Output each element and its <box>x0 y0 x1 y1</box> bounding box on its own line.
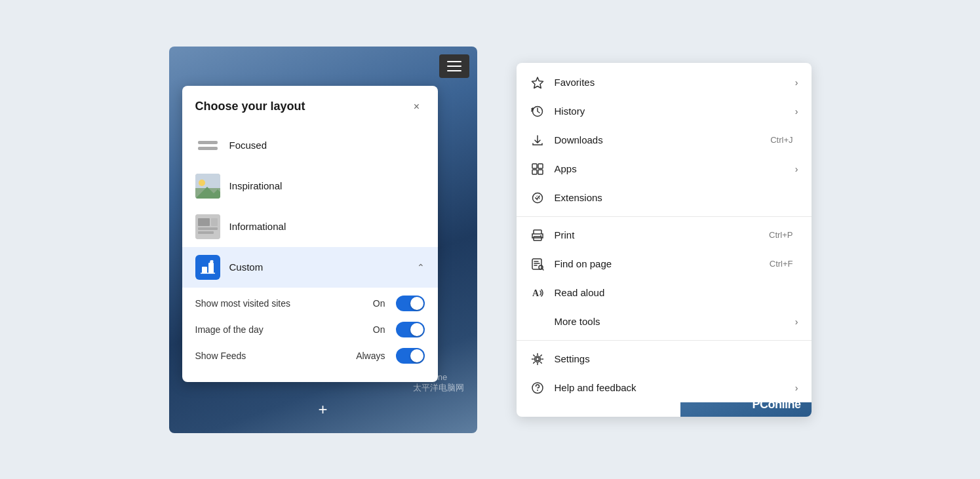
most-visited-status: On <box>373 298 385 309</box>
menu-item-print[interactable]: Print Ctrl+P <box>517 221 812 250</box>
layout-item-focused[interactable]: Focused <box>182 125 438 166</box>
svg-rect-8 <box>198 227 218 230</box>
menu-item-settings[interactable]: Settings <box>517 345 812 374</box>
custom-label: Custom <box>229 261 408 273</box>
layout-item-custom[interactable]: Custom ⌃ <box>182 247 438 288</box>
toggle-row-most-visited: Show most visited sites On <box>195 290 425 316</box>
informational-label: Informational <box>229 221 425 232</box>
read-aloud-label: Read aloud <box>555 287 798 298</box>
favorites-arrow-icon: › <box>795 77 798 88</box>
downloads-icon <box>530 132 545 148</box>
layout-item-informational[interactable]: Informational <box>182 206 438 247</box>
svg-point-4 <box>199 180 205 186</box>
right-panel-menu: Favorites › History › Downloads Ctrl+J <box>517 63 812 417</box>
focused-icon <box>195 133 220 158</box>
inspirational-icon <box>195 174 220 199</box>
print-icon <box>530 227 545 243</box>
extensions-label: Extensions <box>555 192 798 203</box>
inspirational-label: Inspirational <box>229 180 425 191</box>
svg-rect-22 <box>534 237 541 240</box>
menu-item-history[interactable]: History › <box>517 97 812 126</box>
toggle-row-image-day: Image of the day On <box>195 316 425 343</box>
find-on-page-icon <box>530 256 545 272</box>
dialog-header: Choose your layout × <box>182 99 438 125</box>
menu-item-find-on-page[interactable]: Find on page Ctrl+F <box>517 250 812 278</box>
menu-item-favorites[interactable]: Favorites › <box>517 68 812 97</box>
svg-point-23 <box>540 235 541 237</box>
new-tab-plus-button[interactable]: + <box>313 399 334 420</box>
menu-item-apps[interactable]: Apps › <box>517 155 812 183</box>
custom-chevron-icon: ⌃ <box>417 262 425 273</box>
apps-label: Apps <box>555 163 795 174</box>
help-feedback-icon <box>530 380 545 396</box>
show-feeds-status: Always <box>356 351 385 361</box>
toggle-row-show-feeds: Show Feeds Always <box>195 343 425 369</box>
menu-item-read-aloud[interactable]: A Read aloud <box>517 278 812 307</box>
settings-label: Settings <box>555 353 798 364</box>
image-day-status: On <box>373 324 385 335</box>
informational-icon <box>195 214 220 239</box>
svg-rect-21 <box>534 230 541 234</box>
more-tools-arrow-icon: › <box>795 316 798 327</box>
most-visited-label: Show most visited sites <box>195 298 368 309</box>
hamburger-bar-2 <box>447 66 461 67</box>
svg-point-27 <box>536 357 539 360</box>
svg-rect-0 <box>198 141 218 144</box>
svg-rect-11 <box>202 267 207 273</box>
help-feedback-label: Help and feedback <box>555 382 795 393</box>
layout-item-inspirational[interactable]: Inspirational <box>182 166 438 206</box>
svg-rect-17 <box>532 170 537 174</box>
svg-text:A: A <box>532 288 539 298</box>
dialog-title: Choose your layout <box>195 100 305 113</box>
svg-rect-15 <box>532 164 537 168</box>
svg-rect-7 <box>198 218 210 226</box>
dialog-close-button[interactable]: × <box>409 99 425 115</box>
most-visited-toggle[interactable] <box>396 296 425 311</box>
help-feedback-arrow-icon: › <box>795 383 798 393</box>
divider-1 <box>517 216 812 217</box>
settings-icon <box>530 351 545 367</box>
focused-label: Focused <box>229 140 425 151</box>
show-feeds-toggle[interactable] <box>396 348 425 364</box>
history-icon <box>530 104 545 119</box>
downloads-label: Downloads <box>555 134 771 145</box>
svg-rect-1 <box>198 147 218 150</box>
favorites-label: Favorites <box>555 77 795 88</box>
more-tools-label: More tools <box>555 316 795 327</box>
hamburger-button[interactable] <box>439 54 469 78</box>
menu-item-extensions[interactable]: Extensions <box>517 183 812 212</box>
layout-dialog: Choose your layout × Focused <box>182 86 438 382</box>
print-label: Print <box>555 229 770 240</box>
more-tools-icon <box>530 314 545 330</box>
hamburger-bar-1 <box>447 61 461 62</box>
svg-rect-24 <box>532 259 541 269</box>
image-day-toggle[interactable] <box>396 322 425 337</box>
svg-rect-9 <box>198 231 214 234</box>
print-shortcut: Ctrl+P <box>769 230 793 240</box>
show-feeds-label: Show Feeds <box>195 351 351 361</box>
apps-icon <box>530 161 545 177</box>
svg-rect-18 <box>538 170 543 174</box>
hamburger-bar-3 <box>447 70 461 71</box>
find-on-page-label: Find on page <box>555 258 770 269</box>
history-arrow-icon: › <box>795 106 798 117</box>
pcconline-watermark: PConline <box>752 398 800 412</box>
left-panel: Choose your layout × Focused <box>169 47 477 433</box>
history-label: History <box>555 105 795 117</box>
svg-rect-6 <box>195 214 220 239</box>
custom-icon <box>195 255 220 280</box>
menu-item-more-tools[interactable]: More tools › <box>517 307 812 336</box>
read-aloud-icon: A <box>530 285 545 301</box>
svg-rect-16 <box>538 164 543 168</box>
divider-2 <box>517 340 812 341</box>
extensions-icon <box>530 190 545 206</box>
custom-toggle-section: Show most visited sites On Image of the … <box>182 288 438 372</box>
image-day-label: Image of the day <box>195 324 368 335</box>
menu-item-downloads[interactable]: Downloads Ctrl+J <box>517 126 812 155</box>
svg-rect-12 <box>208 263 214 273</box>
svg-rect-10 <box>211 218 218 226</box>
favorites-icon <box>530 75 545 90</box>
apps-arrow-icon: › <box>795 164 798 174</box>
svg-point-30 <box>537 389 538 391</box>
downloads-shortcut: Ctrl+J <box>770 135 793 145</box>
